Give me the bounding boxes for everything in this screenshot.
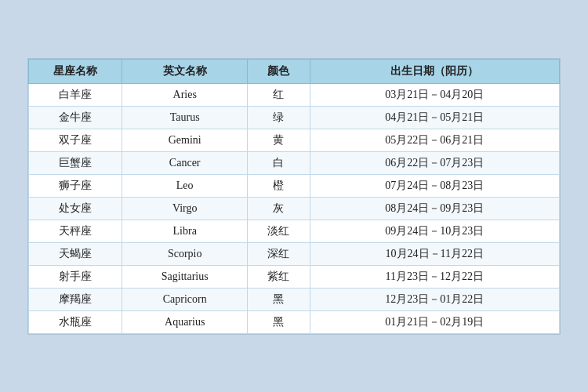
cell-date: 04月21日－05月21日 [310, 106, 559, 129]
table-row: 双子座Gemini黄05月22日－06月21日 [29, 129, 560, 151]
header-date: 出生日期（阳历） [310, 59, 559, 83]
cell-color: 橙 [247, 174, 310, 197]
cell-en: Virgo [122, 197, 247, 220]
cell-date: 10月24日－11月22日 [310, 242, 559, 265]
table-row: 狮子座Leo橙07月24日－08月23日 [29, 174, 560, 197]
cell-cn: 水瓶座 [29, 310, 122, 333]
cell-en: Sagittarius [122, 265, 247, 288]
cell-cn: 天蝎座 [29, 242, 122, 265]
table-header-row: 星座名称 英文名称 颜色 出生日期（阳历） [29, 59, 560, 83]
cell-cn: 天秤座 [29, 220, 122, 242]
cell-color: 深红 [247, 242, 310, 265]
cell-date: 05月22日－06月21日 [310, 129, 559, 151]
cell-cn: 射手座 [29, 265, 122, 288]
cell-color: 紫红 [247, 265, 310, 288]
table-row: 巨蟹座Cancer白06月22日－07月23日 [29, 151, 560, 174]
cell-en: Taurus [122, 106, 247, 129]
cell-date: 11月23日－12月22日 [310, 265, 559, 288]
cell-color: 黄 [247, 129, 310, 151]
cell-color: 绿 [247, 106, 310, 129]
cell-en: Cancer [122, 151, 247, 174]
table-row: 摩羯座Capricorn黑12月23日－01月22日 [29, 288, 560, 310]
cell-date: 07月24日－08月23日 [310, 174, 559, 197]
zodiac-table-container: 星座名称 英文名称 颜色 出生日期（阳历） 白羊座Aries红03月21日－04… [27, 58, 561, 335]
cell-en: Leo [122, 174, 247, 197]
cell-color: 白 [247, 151, 310, 174]
header-cn: 星座名称 [29, 59, 122, 83]
table-row: 金牛座Taurus绿04月21日－05月21日 [29, 106, 560, 129]
cell-en: Scorpio [122, 242, 247, 265]
cell-color: 黑 [247, 288, 310, 310]
cell-en: Libra [122, 220, 247, 242]
header-en: 英文名称 [122, 59, 247, 83]
cell-date: 08月24日－09月23日 [310, 197, 559, 220]
cell-date: 01月21日－02月19日 [310, 310, 559, 333]
cell-cn: 巨蟹座 [29, 151, 122, 174]
cell-cn: 处女座 [29, 197, 122, 220]
table-row: 水瓶座Aquarius黑01月21日－02月19日 [29, 310, 560, 333]
cell-color: 红 [247, 83, 310, 106]
cell-cn: 双子座 [29, 129, 122, 151]
header-color: 颜色 [247, 59, 310, 83]
cell-color: 黑 [247, 310, 310, 333]
cell-en: Capricorn [122, 288, 247, 310]
cell-date: 03月21日－04月20日 [310, 83, 559, 106]
cell-cn: 狮子座 [29, 174, 122, 197]
table-row: 处女座Virgo灰08月24日－09月23日 [29, 197, 560, 220]
table-row: 白羊座Aries红03月21日－04月20日 [29, 83, 560, 106]
table-row: 射手座Sagittarius紫红11月23日－12月22日 [29, 265, 560, 288]
cell-en: Gemini [122, 129, 247, 151]
cell-color: 灰 [247, 197, 310, 220]
cell-color: 淡红 [247, 220, 310, 242]
cell-cn: 摩羯座 [29, 288, 122, 310]
cell-date: 09月24日－10月23日 [310, 220, 559, 242]
zodiac-table: 星座名称 英文名称 颜色 出生日期（阳历） 白羊座Aries红03月21日－04… [28, 59, 560, 334]
table-row: 天蝎座Scorpio深红10月24日－11月22日 [29, 242, 560, 265]
cell-en: Aquarius [122, 310, 247, 333]
cell-cn: 金牛座 [29, 106, 122, 129]
cell-date: 06月22日－07月23日 [310, 151, 559, 174]
table-row: 天秤座Libra淡红09月24日－10月23日 [29, 220, 560, 242]
cell-date: 12月23日－01月22日 [310, 288, 559, 310]
cell-en: Aries [122, 83, 247, 106]
cell-cn: 白羊座 [29, 83, 122, 106]
